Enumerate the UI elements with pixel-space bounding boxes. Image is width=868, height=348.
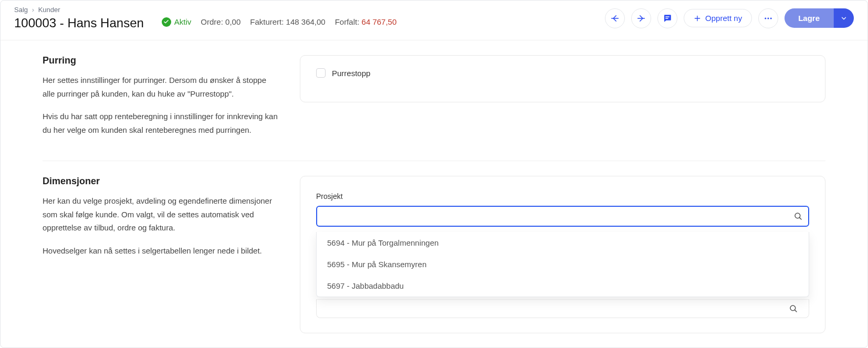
breadcrumb-separator: ›: [32, 6, 34, 14]
secondary-search-row: [316, 299, 809, 318]
check-circle-icon: [162, 17, 171, 27]
breadcrumb: Salg › Kunder: [14, 6, 144, 14]
meta-fakturert: Fakturert: 148 364,00: [250, 17, 325, 26]
breadcrumb-parent[interactable]: Salg: [14, 6, 28, 14]
search-icon[interactable]: [789, 304, 798, 313]
svg-rect-1: [665, 18, 668, 19]
meta-fakturert-label: Fakturert:: [250, 17, 284, 26]
svg-rect-0: [665, 16, 670, 17]
nav-forward-button[interactable]: [631, 8, 651, 28]
prosjekt-dropdown: 5694 - Mur på Torgalmenningen 5695 - Mur…: [316, 232, 809, 297]
plus-icon: [694, 15, 701, 22]
meta-ordre: Ordre: 0,00: [201, 17, 240, 26]
chat-button[interactable]: [657, 8, 677, 28]
meta-forfalt: Forfalt: 64 767,50: [335, 17, 397, 26]
chevron-down-icon: [840, 15, 848, 22]
chat-icon: [663, 14, 672, 23]
save-button[interactable]: Lagre: [785, 8, 833, 28]
more-button[interactable]: [758, 8, 778, 28]
status-label: Aktiv: [174, 17, 192, 26]
svg-point-2: [765, 17, 766, 19]
purrestopp-checkbox[interactable]: [316, 68, 326, 78]
create-new-label: Opprett ny: [705, 14, 742, 23]
card-purring: Purrestopp: [300, 55, 825, 102]
create-new-button[interactable]: Opprett ny: [684, 9, 752, 27]
meta-fakturert-value: 148 364,00: [286, 17, 326, 26]
arrow-left-icon: [610, 14, 620, 23]
section-desc-purring-2: Hvis du har satt opp renteberegning i in…: [43, 110, 279, 136]
more-horizontal-icon: [764, 14, 773, 23]
prosjekt-label: Prosjekt: [316, 192, 809, 201]
section-dimensjoner: Dimensjoner Her kan du velge prosjekt, a…: [43, 161, 825, 347]
section-desc-purring-1: Her settes innstillinger for purringer. …: [43, 73, 279, 100]
purrestopp-checkbox-row[interactable]: Purrestopp: [316, 68, 809, 78]
svg-point-4: [770, 17, 772, 19]
section-purring: Purring Her settes innstillinger for pur…: [43, 40, 825, 161]
meta-ordre-label: Ordre:: [201, 17, 223, 26]
search-icon: [793, 212, 803, 221]
header: Salg › Kunder 100003 - Hans Hansen Aktiv…: [1, 1, 867, 40]
section-desc-dimensjoner-1: Her kan du velge prosjekt, avdeling og e…: [43, 194, 279, 235]
meta-forfalt-label: Forfalt:: [335, 17, 360, 26]
breadcrumb-child[interactable]: Kunder: [38, 6, 60, 14]
svg-point-3: [768, 17, 769, 19]
save-dropdown-button[interactable]: [833, 8, 854, 28]
prosjekt-option[interactable]: 5694 - Mur på Torgalmenningen: [317, 232, 809, 254]
prosjekt-search-wrap: [316, 206, 809, 227]
arrow-right-icon: [636, 14, 646, 23]
section-desc-dimensjoner-2: Hovedselger kan nå settes i selgertabell…: [43, 244, 279, 258]
purrestopp-label: Purrestopp: [332, 69, 370, 78]
nav-back-button[interactable]: [605, 8, 625, 28]
meta-forfalt-value: 64 767,50: [362, 17, 397, 26]
save-button-group: Lagre: [785, 8, 854, 28]
prosjekt-option[interactable]: 5697 - Jabbadabbadu: [317, 275, 809, 297]
page-title: 100003 - Hans Hansen: [14, 16, 144, 30]
section-title-purring: Purring: [43, 55, 279, 66]
status-badge: Aktiv: [162, 17, 192, 27]
meta-ordre-value: 0,00: [225, 17, 240, 26]
section-title-dimensjoner: Dimensjoner: [43, 176, 279, 187]
prosjekt-search-input[interactable]: [316, 206, 809, 227]
prosjekt-option[interactable]: 5695 - Mur på Skansemyren: [317, 254, 809, 275]
card-dimensjoner: Prosjekt 5694 - Mur på Torgalmenningen 5…: [300, 176, 825, 333]
